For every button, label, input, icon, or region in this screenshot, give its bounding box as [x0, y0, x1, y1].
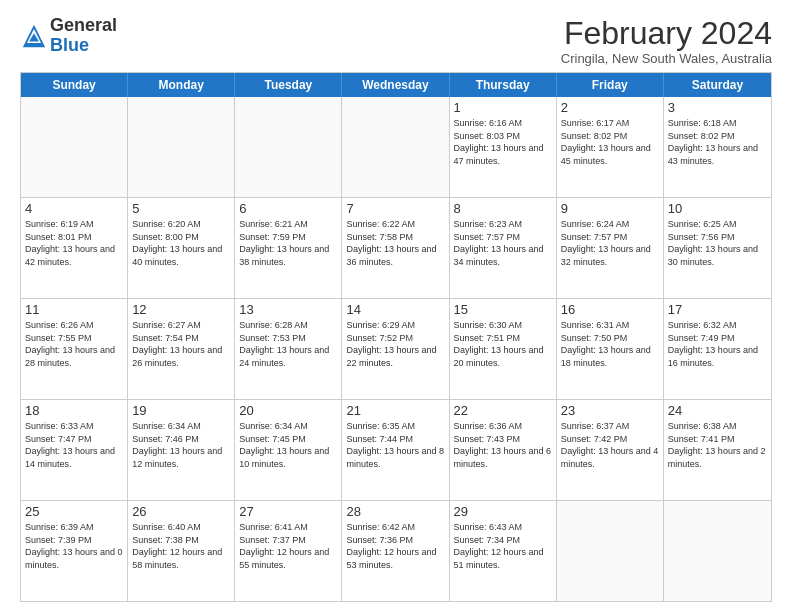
day-info: Sunrise: 6:30 AM Sunset: 7:51 PM Dayligh…	[454, 319, 552, 369]
day-number: 19	[132, 403, 230, 418]
day-info: Sunrise: 6:31 AM Sunset: 7:50 PM Dayligh…	[561, 319, 659, 369]
day-info: Sunrise: 6:43 AM Sunset: 7:34 PM Dayligh…	[454, 521, 552, 571]
col-header-tuesday: Tuesday	[235, 73, 342, 97]
day-number: 28	[346, 504, 444, 519]
week-row-5: 25Sunrise: 6:39 AM Sunset: 7:39 PM Dayli…	[21, 501, 771, 601]
week-row-2: 4Sunrise: 6:19 AM Sunset: 8:01 PM Daylig…	[21, 198, 771, 299]
day-info: Sunrise: 6:39 AM Sunset: 7:39 PM Dayligh…	[25, 521, 123, 571]
cal-cell	[235, 97, 342, 197]
day-number: 27	[239, 504, 337, 519]
col-header-monday: Monday	[128, 73, 235, 97]
cal-cell: 12Sunrise: 6:27 AM Sunset: 7:54 PM Dayli…	[128, 299, 235, 399]
cal-cell: 8Sunrise: 6:23 AM Sunset: 7:57 PM Daylig…	[450, 198, 557, 298]
cal-cell: 24Sunrise: 6:38 AM Sunset: 7:41 PM Dayli…	[664, 400, 771, 500]
day-info: Sunrise: 6:28 AM Sunset: 7:53 PM Dayligh…	[239, 319, 337, 369]
logo-icon	[20, 22, 48, 50]
cal-cell: 5Sunrise: 6:20 AM Sunset: 8:00 PM Daylig…	[128, 198, 235, 298]
cal-cell: 26Sunrise: 6:40 AM Sunset: 7:38 PM Dayli…	[128, 501, 235, 601]
logo-general: General	[50, 15, 117, 35]
day-number: 8	[454, 201, 552, 216]
day-number: 23	[561, 403, 659, 418]
day-info: Sunrise: 6:35 AM Sunset: 7:44 PM Dayligh…	[346, 420, 444, 470]
cal-cell: 6Sunrise: 6:21 AM Sunset: 7:59 PM Daylig…	[235, 198, 342, 298]
day-number: 25	[25, 504, 123, 519]
cal-cell: 14Sunrise: 6:29 AM Sunset: 7:52 PM Dayli…	[342, 299, 449, 399]
page: General Blue February 2024 Cringila, New…	[0, 0, 792, 612]
cal-cell	[128, 97, 235, 197]
day-info: Sunrise: 6:23 AM Sunset: 7:57 PM Dayligh…	[454, 218, 552, 268]
cal-cell: 29Sunrise: 6:43 AM Sunset: 7:34 PM Dayli…	[450, 501, 557, 601]
cal-cell: 13Sunrise: 6:28 AM Sunset: 7:53 PM Dayli…	[235, 299, 342, 399]
day-info: Sunrise: 6:17 AM Sunset: 8:02 PM Dayligh…	[561, 117, 659, 167]
cal-cell: 17Sunrise: 6:32 AM Sunset: 7:49 PM Dayli…	[664, 299, 771, 399]
calendar-header-row: SundayMondayTuesdayWednesdayThursdayFrid…	[21, 73, 771, 97]
day-number: 7	[346, 201, 444, 216]
day-info: Sunrise: 6:38 AM Sunset: 7:41 PM Dayligh…	[668, 420, 767, 470]
day-number: 9	[561, 201, 659, 216]
cal-cell: 16Sunrise: 6:31 AM Sunset: 7:50 PM Dayli…	[557, 299, 664, 399]
day-info: Sunrise: 6:27 AM Sunset: 7:54 PM Dayligh…	[132, 319, 230, 369]
cal-cell: 19Sunrise: 6:34 AM Sunset: 7:46 PM Dayli…	[128, 400, 235, 500]
day-number: 1	[454, 100, 552, 115]
day-info: Sunrise: 6:29 AM Sunset: 7:52 PM Dayligh…	[346, 319, 444, 369]
day-info: Sunrise: 6:21 AM Sunset: 7:59 PM Dayligh…	[239, 218, 337, 268]
day-number: 6	[239, 201, 337, 216]
day-number: 3	[668, 100, 767, 115]
col-header-sunday: Sunday	[21, 73, 128, 97]
cal-cell: 10Sunrise: 6:25 AM Sunset: 7:56 PM Dayli…	[664, 198, 771, 298]
day-info: Sunrise: 6:41 AM Sunset: 7:37 PM Dayligh…	[239, 521, 337, 571]
header: General Blue February 2024 Cringila, New…	[20, 16, 772, 66]
cal-cell: 7Sunrise: 6:22 AM Sunset: 7:58 PM Daylig…	[342, 198, 449, 298]
day-number: 21	[346, 403, 444, 418]
col-header-wednesday: Wednesday	[342, 73, 449, 97]
col-header-saturday: Saturday	[664, 73, 771, 97]
cal-cell	[342, 97, 449, 197]
main-title: February 2024	[561, 16, 772, 51]
cal-cell: 15Sunrise: 6:30 AM Sunset: 7:51 PM Dayli…	[450, 299, 557, 399]
cal-cell: 2Sunrise: 6:17 AM Sunset: 8:02 PM Daylig…	[557, 97, 664, 197]
day-number: 17	[668, 302, 767, 317]
cal-cell: 22Sunrise: 6:36 AM Sunset: 7:43 PM Dayli…	[450, 400, 557, 500]
day-info: Sunrise: 6:24 AM Sunset: 7:57 PM Dayligh…	[561, 218, 659, 268]
day-info: Sunrise: 6:16 AM Sunset: 8:03 PM Dayligh…	[454, 117, 552, 167]
cal-cell: 23Sunrise: 6:37 AM Sunset: 7:42 PM Dayli…	[557, 400, 664, 500]
col-header-friday: Friday	[557, 73, 664, 97]
day-number: 18	[25, 403, 123, 418]
day-info: Sunrise: 6:18 AM Sunset: 8:02 PM Dayligh…	[668, 117, 767, 167]
day-number: 24	[668, 403, 767, 418]
day-info: Sunrise: 6:25 AM Sunset: 7:56 PM Dayligh…	[668, 218, 767, 268]
cal-cell: 20Sunrise: 6:34 AM Sunset: 7:45 PM Dayli…	[235, 400, 342, 500]
day-info: Sunrise: 6:22 AM Sunset: 7:58 PM Dayligh…	[346, 218, 444, 268]
day-number: 16	[561, 302, 659, 317]
day-number: 10	[668, 201, 767, 216]
cal-cell: 9Sunrise: 6:24 AM Sunset: 7:57 PM Daylig…	[557, 198, 664, 298]
day-info: Sunrise: 6:37 AM Sunset: 7:42 PM Dayligh…	[561, 420, 659, 470]
day-number: 11	[25, 302, 123, 317]
cal-cell: 1Sunrise: 6:16 AM Sunset: 8:03 PM Daylig…	[450, 97, 557, 197]
cal-cell: 18Sunrise: 6:33 AM Sunset: 7:47 PM Dayli…	[21, 400, 128, 500]
calendar: SundayMondayTuesdayWednesdayThursdayFrid…	[20, 72, 772, 602]
day-number: 15	[454, 302, 552, 317]
cal-cell: 27Sunrise: 6:41 AM Sunset: 7:37 PM Dayli…	[235, 501, 342, 601]
day-number: 14	[346, 302, 444, 317]
day-info: Sunrise: 6:42 AM Sunset: 7:36 PM Dayligh…	[346, 521, 444, 571]
day-info: Sunrise: 6:20 AM Sunset: 8:00 PM Dayligh…	[132, 218, 230, 268]
day-info: Sunrise: 6:40 AM Sunset: 7:38 PM Dayligh…	[132, 521, 230, 571]
week-row-4: 18Sunrise: 6:33 AM Sunset: 7:47 PM Dayli…	[21, 400, 771, 501]
subtitle: Cringila, New South Wales, Australia	[561, 51, 772, 66]
cal-cell: 3Sunrise: 6:18 AM Sunset: 8:02 PM Daylig…	[664, 97, 771, 197]
day-info: Sunrise: 6:34 AM Sunset: 7:46 PM Dayligh…	[132, 420, 230, 470]
logo-blue: Blue	[50, 35, 89, 55]
day-info: Sunrise: 6:36 AM Sunset: 7:43 PM Dayligh…	[454, 420, 552, 470]
day-number: 12	[132, 302, 230, 317]
day-number: 26	[132, 504, 230, 519]
cal-cell: 21Sunrise: 6:35 AM Sunset: 7:44 PM Dayli…	[342, 400, 449, 500]
day-info: Sunrise: 6:34 AM Sunset: 7:45 PM Dayligh…	[239, 420, 337, 470]
cal-cell: 25Sunrise: 6:39 AM Sunset: 7:39 PM Dayli…	[21, 501, 128, 601]
day-number: 5	[132, 201, 230, 216]
day-info: Sunrise: 6:19 AM Sunset: 8:01 PM Dayligh…	[25, 218, 123, 268]
calendar-body: 1Sunrise: 6:16 AM Sunset: 8:03 PM Daylig…	[21, 97, 771, 601]
day-number: 13	[239, 302, 337, 317]
col-header-thursday: Thursday	[450, 73, 557, 97]
day-info: Sunrise: 6:26 AM Sunset: 7:55 PM Dayligh…	[25, 319, 123, 369]
